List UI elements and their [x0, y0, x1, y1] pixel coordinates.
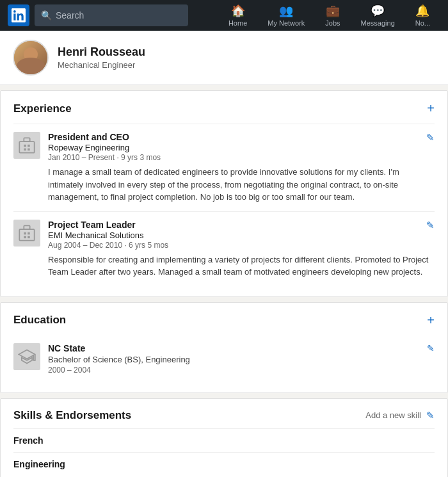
nav-label-notifications: No... [415, 19, 430, 27]
svg-rect-0 [19, 141, 34, 153]
education-item-1: NC State Bachelor of Science (BS), Engin… [13, 336, 435, 382]
edit-experience-2-button[interactable] [426, 220, 435, 231]
add-experience-button[interactable]: + [427, 101, 435, 116]
edu-years-1: 2000 – 2004 [48, 366, 435, 375]
skills-actions: Add a new skill [365, 410, 435, 421]
school-icon [18, 348, 36, 366]
svg-rect-9 [28, 232, 29, 234]
add-skill-button[interactable]: Add a new skill [365, 410, 421, 420]
edu-school-1: NC State [48, 343, 435, 353]
school-logo-1 [13, 343, 40, 370]
nav-item-notifications[interactable]: 🔔 No... [405, 0, 440, 31]
add-education-button[interactable]: + [427, 313, 435, 328]
search-icon: 🔍 [41, 10, 52, 20]
exp-title-2: Project Team Leader [48, 220, 435, 230]
exp-title-1: President and CEO [48, 132, 435, 142]
home-icon: 🏠 [231, 4, 245, 18]
exp-content-1: President and CEO Ropeway Engineering Ja… [48, 132, 435, 204]
search-bar[interactable]: 🔍 [35, 4, 188, 26]
exp-date-1: Jan 2010 – Present · 9 yrs 3 mos [48, 153, 435, 162]
experience-item-2: Project Team Leader EMI Mechanical Solut… [13, 211, 435, 286]
exp-company-1: Ropeway Engineering [48, 143, 435, 152]
search-input[interactable] [56, 10, 182, 20]
education-section: Education + NC State Bachelor of Science… [0, 302, 448, 393]
svg-rect-5 [28, 149, 29, 151]
linkedin-logo[interactable] [8, 4, 29, 26]
education-title: Education [13, 314, 66, 327]
skills-section: Skills & Endorsements Add a new skill Fr… [0, 398, 448, 478]
skill-name-2: Engineering [13, 459, 65, 469]
building-icon-1 [18, 136, 36, 154]
svg-rect-4 [24, 149, 26, 151]
profile-name: Henri Rousseau [58, 45, 145, 59]
nav-label-messaging: Messaging [361, 19, 395, 27]
experience-header: Experience + [13, 101, 435, 116]
profile-header: Henri Rousseau Mechanical Engineer [0, 31, 448, 85]
nav-label-home: Home [228, 19, 247, 27]
svg-rect-8 [24, 232, 26, 234]
skill-item-1: French [13, 428, 435, 452]
svg-rect-10 [24, 236, 26, 238]
exp-company-2: EMI Mechanical Solutions [48, 230, 435, 240]
svg-rect-11 [28, 236, 29, 238]
svg-rect-7 [24, 225, 29, 229]
notifications-icon: 🔔 [415, 4, 429, 18]
profile-info: Henri Rousseau Mechanical Engineer [58, 45, 145, 70]
nav-label-jobs: Jobs [325, 19, 340, 27]
experience-title: Experience [13, 102, 72, 115]
svg-rect-3 [28, 145, 29, 147]
nav-item-home[interactable]: 🏠 Home [218, 0, 257, 31]
svg-rect-1 [24, 138, 29, 141]
profile-title: Mechanical Engineer [58, 60, 145, 70]
nav-item-jobs[interactable]: 💼 Jobs [315, 0, 350, 31]
skills-header: Skills & Endorsements Add a new skill [13, 409, 435, 422]
edu-content-1: NC State Bachelor of Science (BS), Engin… [48, 343, 435, 375]
exp-date-2: Aug 2004 – Dec 2010 · 6 yrs 5 mos [48, 241, 435, 250]
experience-section: Experience + President and CEO Ropeway E… [0, 90, 448, 297]
edit-experience-1-button[interactable] [426, 132, 435, 143]
edit-skills-button[interactable] [426, 410, 435, 421]
edu-degree-1: Bachelor of Science (BS), Engineering [48, 355, 435, 364]
company-logo-1 [13, 132, 40, 159]
nav-items: 🏠 Home 👥 My Network 💼 Jobs 💬 Messaging 🔔… [218, 0, 440, 31]
nav-item-network[interactable]: 👥 My Network [257, 0, 315, 31]
nav-item-messaging[interactable]: 💬 Messaging [351, 0, 405, 31]
exp-desc-1: I manage a small team of dedicated engin… [48, 166, 435, 204]
network-icon: 👥 [279, 4, 293, 18]
nav-label-network: My Network [268, 19, 305, 27]
exp-desc-2: Responsible for creating and implementin… [48, 254, 435, 279]
skill-name-1: French [13, 435, 44, 446]
svg-rect-6 [19, 229, 34, 241]
skills-title: Skills & Endorsements [13, 409, 131, 422]
skill-item-2: Engineering [13, 452, 435, 476]
company-logo-2 [13, 220, 40, 247]
svg-rect-2 [24, 145, 26, 147]
edit-education-1-button[interactable] [427, 343, 435, 353]
avatar [13, 40, 49, 76]
messaging-icon: 💬 [371, 4, 385, 18]
exp-content-2: Project Team Leader EMI Mechanical Solut… [48, 220, 435, 279]
jobs-icon: 💼 [326, 4, 340, 18]
building-icon-2 [18, 224, 36, 242]
education-header: Education + [13, 313, 435, 328]
navbar: 🔍 🏠 Home 👥 My Network 💼 Jobs 💬 Messaging… [0, 0, 448, 31]
experience-item-1: President and CEO Ropeway Engineering Ja… [13, 124, 435, 211]
